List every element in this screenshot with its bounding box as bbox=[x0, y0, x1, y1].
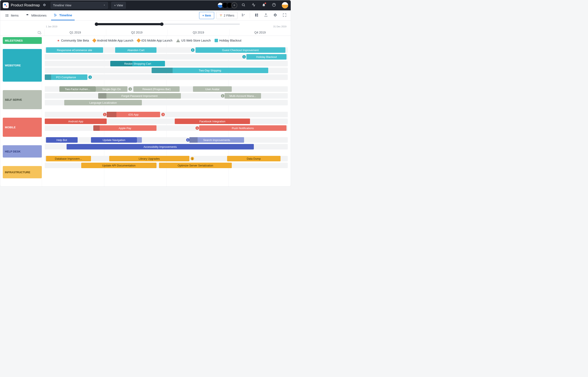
calendar-settings-icon[interactable] bbox=[0, 31, 44, 34]
bar-ios-app[interactable]: iOS App bbox=[107, 112, 160, 117]
diamond-icon bbox=[137, 38, 141, 43]
app-logo[interactable] bbox=[3, 2, 9, 8]
dependency-badge[interactable]: 1 bbox=[88, 75, 92, 79]
bar-update-navigation-tail[interactable] bbox=[137, 137, 142, 143]
filters-button[interactable]: 2 Filters bbox=[216, 12, 237, 19]
dependency-badge[interactable]: 1 bbox=[221, 94, 224, 97]
user-avatar[interactable] bbox=[282, 2, 288, 9]
bar-facebook-integration[interactable]: Facebook Integration bbox=[175, 118, 250, 124]
track: Two-Factor Authen... Single-Sign On 1 Re… bbox=[45, 86, 288, 92]
track: Reskin Shopping Cart bbox=[45, 61, 288, 66]
bar-guest-checkout[interactable]: Guest Checkout Improvement bbox=[196, 47, 285, 53]
range-slider[interactable] bbox=[95, 23, 240, 25]
bar-android-app[interactable]: Android App bbox=[45, 118, 107, 124]
dependency-badge[interactable]: 3 bbox=[191, 48, 194, 52]
track: Android App Facebook Integration bbox=[45, 118, 288, 124]
bar-apple-pay[interactable]: Apple Pay bbox=[93, 125, 156, 131]
search-icon[interactable] bbox=[242, 3, 245, 8]
bar-push-notifications[interactable]: Push Notifications bbox=[199, 125, 287, 131]
group-icon[interactable] bbox=[240, 13, 247, 18]
svg-rect-11 bbox=[7, 16, 9, 17]
diamond-icon bbox=[92, 38, 96, 43]
bar-two-factor[interactable]: Two-Factor Authen... bbox=[59, 86, 96, 92]
dependency-badge[interactable]: 1 bbox=[242, 55, 246, 59]
export-icon[interactable] bbox=[262, 13, 270, 18]
bar-reward[interactable]: Reward (Progress Bar) bbox=[133, 86, 180, 92]
activity-icon[interactable] bbox=[252, 3, 256, 8]
bar-help-bot[interactable]: Help Bot bbox=[46, 137, 78, 143]
bar-api-docs[interactable]: Update API Documentation bbox=[81, 163, 156, 168]
layout-icon[interactable] bbox=[253, 13, 260, 18]
quarter-header: Q1 2019 Q2 2019 Q3 2019 Q4 2019 bbox=[0, 29, 291, 36]
swimlane-milestones[interactable]: MILESTONES bbox=[3, 37, 42, 44]
milestone[interactable]: Android Mobile App Launch bbox=[93, 39, 133, 42]
bar-pci-compliance[interactable]: PCI Compliance bbox=[45, 74, 87, 80]
bar-search-improvements[interactable]: Search Improvements bbox=[189, 137, 244, 143]
bar-user-avatar[interactable]: User Avatar bbox=[193, 86, 232, 92]
svg-rect-7 bbox=[7, 14, 9, 15]
tab-items[interactable]: Items bbox=[3, 10, 21, 20]
bar-database-improvements[interactable]: Database Improvem... bbox=[46, 156, 91, 161]
milestone[interactable]: ★Community Site Beta bbox=[57, 39, 89, 42]
track: Update API Documentation Optimize Server… bbox=[45, 163, 288, 168]
swimlane-webstore[interactable]: WEBSTORE bbox=[3, 49, 42, 82]
board-title[interactable]: Product Roadmap bbox=[11, 3, 40, 7]
tab-milestones[interactable]: Milestones bbox=[23, 10, 49, 20]
track: PCI Compliance 1 bbox=[45, 74, 288, 80]
quarter-q4: Q4 2019 bbox=[229, 29, 291, 35]
svg-rect-23 bbox=[257, 15, 258, 16]
bar-data-dump[interactable]: Data Dump bbox=[227, 156, 281, 161]
swimlane-mobile[interactable]: MOBILE bbox=[3, 118, 42, 137]
dependency-badge[interactable]: 1 bbox=[196, 126, 199, 130]
date-ruler: 1 Jan 2019 31 Dec 2019 bbox=[0, 21, 291, 29]
bar-multi-account[interactable]: Multi-Account Mana... bbox=[224, 93, 261, 99]
add-item-button[interactable]: + Item bbox=[199, 12, 214, 19]
view-selector[interactable]: Timeline View bbox=[51, 2, 108, 9]
bar-abandon-cart[interactable]: Abandon Cart bbox=[115, 47, 156, 53]
bar-server-serialization[interactable]: Optimize Server Serialization bbox=[159, 163, 232, 168]
bar-responsive-ecommerce[interactable]: Responsive eCommerce site bbox=[46, 47, 103, 53]
settings-icon[interactable] bbox=[272, 13, 279, 18]
bar-holiday-blackout[interactable]: Holiday Blackout bbox=[247, 54, 286, 59]
bar-update-navigation[interactable]: Update Navigation bbox=[91, 137, 137, 143]
svg-rect-19 bbox=[242, 15, 244, 15]
svg-point-10 bbox=[6, 16, 6, 17]
notifications-icon[interactable] bbox=[262, 3, 266, 8]
bar-reskin-cart[interactable]: Reskin Shopping Cart bbox=[110, 61, 165, 66]
milestone[interactable]: iOS Mobile App Launch bbox=[137, 39, 172, 42]
add-collaborator-button[interactable]: + bbox=[231, 2, 237, 8]
track: Responsive eCommerce site Abandon Cart 3… bbox=[45, 47, 288, 53]
dependency-badge[interactable]: 3 bbox=[161, 113, 165, 116]
dependency-badge[interactable]: 1 bbox=[186, 138, 189, 142]
svg-line-3 bbox=[244, 6, 245, 6]
bar-library-upgrades[interactable]: Library Upgrades bbox=[109, 156, 189, 161]
milestone[interactable]: Holiday Blackout bbox=[215, 39, 241, 42]
dependency-badge[interactable]: 1 bbox=[129, 87, 132, 91]
bar-two-day-shipping[interactable]: Two-Day Shipping bbox=[152, 68, 268, 73]
svg-rect-13 bbox=[55, 15, 57, 15]
bar-forgot-password[interactable]: Forgot Password Improvment bbox=[98, 93, 181, 99]
dependency-badge[interactable]: 1 bbox=[103, 113, 106, 116]
bar-sso[interactable]: Single-Sign On bbox=[96, 86, 128, 92]
tab-timeline[interactable]: Timeline bbox=[51, 10, 75, 20]
add-view-button[interactable]: + View bbox=[111, 2, 126, 9]
board-settings-icon[interactable] bbox=[43, 3, 46, 7]
track: Forgot Password Improvment 1 Multi-Accou… bbox=[45, 93, 288, 99]
svg-rect-20 bbox=[242, 16, 243, 16]
slider-handle-right[interactable] bbox=[160, 23, 164, 26]
bar-language-localization[interactable]: Language Localization bbox=[64, 100, 142, 105]
milestone[interactable]: US Web Store Launch bbox=[176, 39, 211, 42]
slider-handle-left[interactable] bbox=[95, 23, 98, 26]
dependency-badge[interactable]: 1 bbox=[191, 157, 194, 160]
quarter-q2: Q2 2019 bbox=[106, 29, 168, 35]
help-icon[interactable] bbox=[272, 3, 276, 8]
collaborator-avatars[interactable]: + bbox=[219, 2, 237, 8]
bar-accessibility[interactable]: Accessibility Improvements bbox=[67, 144, 254, 150]
svg-point-0 bbox=[4, 4, 6, 6]
fullscreen-icon[interactable] bbox=[281, 13, 288, 18]
swimlane-infra[interactable]: INFRASTRUCTURE bbox=[3, 166, 42, 178]
track: Language Localization bbox=[45, 100, 288, 105]
swimlane-selfserve[interactable]: SELF SERVE bbox=[3, 90, 42, 109]
quarter-q1: Q1 2019 bbox=[44, 29, 106, 35]
swimlane-helpdesk[interactable]: HELP DESK bbox=[3, 145, 42, 158]
